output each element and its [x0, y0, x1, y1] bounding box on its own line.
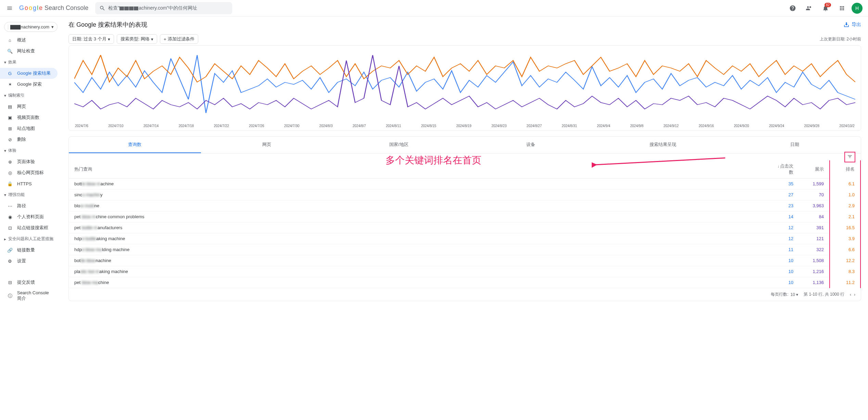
- tab[interactable]: 搜索结果呈现: [597, 137, 729, 153]
- tab[interactable]: 设备: [465, 137, 597, 153]
- sidebar-item[interactable]: ⊕页面体验: [0, 156, 58, 167]
- col-impressions[interactable]: 展示: [799, 160, 830, 178]
- sidebar-item[interactable]: ⊞站点地图: [0, 123, 58, 134]
- tab[interactable]: 网页: [201, 137, 333, 153]
- table-row[interactable]: bottle blow machine351,5996.1: [69, 178, 860, 189]
- search-icon: [99, 5, 105, 11]
- table-row[interactable]: pet blow machine101,13611.2: [69, 277, 860, 288]
- section-index[interactable]: ▾编制索引: [0, 90, 62, 101]
- sidebar-item[interactable]: ⋯路径: [0, 200, 58, 211]
- tab[interactable]: 国家/地区: [333, 137, 465, 153]
- col-query[interactable]: 热门查询: [69, 160, 768, 178]
- help-icon[interactable]: [786, 1, 800, 15]
- property-selector[interactable]: ▇▇▇nachinery.com ▾: [4, 22, 58, 32]
- sidebar-item[interactable]: ✶Google 探索: [0, 79, 58, 90]
- section-performance[interactable]: ▾效果: [0, 57, 62, 68]
- sidebar-item[interactable]: ▤网页: [0, 101, 58, 112]
- filter-date[interactable]: 日期: 过去 3 个月▾: [68, 34, 114, 44]
- tab[interactable]: 查询数: [69, 137, 201, 153]
- sidebar-item[interactable]: 🔒HTTPS: [0, 178, 58, 189]
- sidebar-item[interactable]: 🔗链接数量: [0, 245, 58, 256]
- next-page-icon[interactable]: ›: [854, 292, 855, 297]
- col-clicks[interactable]: ↓点击次数: [768, 160, 799, 178]
- notifications-icon[interactable]: 82: [819, 1, 832, 15]
- filter-add[interactable]: +添加过滤条件: [160, 34, 198, 44]
- sidebar-item[interactable]: ◎核心网页指标: [0, 167, 58, 178]
- sidebar-item[interactable]: ⌂概述: [0, 35, 58, 46]
- sidebar-item[interactable]: ⚙设置: [0, 256, 58, 267]
- rows-per-page-label: 每页行数:: [771, 292, 788, 297]
- sidebar: ▇▇▇nachinery.com ▾ ⌂概述🔍网址检查 ▾效果 GGoogle …: [0, 16, 62, 311]
- table-row[interactable]: hdpe blow molding machine113226.6: [69, 244, 860, 255]
- performance-chart-card: 2024/7/62024/7/102024/7/142024/7/182024/…: [68, 45, 861, 131]
- sidebar-item[interactable]: ◉个人资料页面: [0, 211, 58, 222]
- page-info: 第 1-10 行, 共 1000 行: [804, 292, 844, 297]
- filter-icon[interactable]: [844, 152, 855, 162]
- last-update: 上次更新日期: 2小时前: [820, 36, 861, 42]
- table-row[interactable]: blow moldne233,9632.9: [69, 200, 860, 211]
- table-row[interactable]: pet blow mchine common problems14842.1: [69, 211, 860, 222]
- col-position[interactable]: 排名: [830, 160, 860, 178]
- table-row[interactable]: sinco machiny27701.0: [69, 189, 860, 200]
- apps-icon[interactable]: [835, 1, 849, 15]
- main-content: 在 Google 搜索结果中的表现 导出 日期: 过去 3 个月▾ 搜索类型: …: [62, 16, 868, 311]
- table-row[interactable]: hdpe bottleaking machine121213.9: [69, 233, 860, 244]
- search-input[interactable]: 检查"▇▇▇▇achinery.com"中的任何网址: [95, 2, 232, 14]
- pagination: 每页行数: 10 ▾ 第 1-10 行, 共 1000 行 ‹ ›: [69, 288, 861, 301]
- property-name: ▇▇▇nachinery.com: [10, 24, 49, 29]
- filter-search-type[interactable]: 搜索类型: 网络▾: [117, 34, 157, 44]
- table-row[interactable]: plastic bot making machine101,2168.3: [69, 266, 860, 277]
- prev-page-icon[interactable]: ‹: [850, 292, 851, 297]
- line-chart: [74, 50, 855, 122]
- section-enhance[interactable]: ▾增强功能: [0, 189, 62, 200]
- sidebar-item[interactable]: GGoogle 搜索结果: [0, 68, 58, 79]
- sidebar-item[interactable]: ⊡站点链接搜索框: [0, 222, 58, 233]
- dimension-tabs: 查询数网页国家/地区设备搜索结果呈现日期: [69, 137, 861, 153]
- tab[interactable]: 日期: [729, 137, 861, 153]
- page-title: 在 Google 搜索结果中的表现: [68, 21, 147, 29]
- rows-per-page-select[interactable]: 10 ▾: [791, 292, 798, 297]
- sidebar-item[interactable]: ⊘删除: [0, 134, 58, 145]
- table-row[interactable]: bottle blownachine101,50812.2: [69, 255, 860, 266]
- queries-table: 热门查询 ↓点击次数 展示 排名 bottle blow machine351,…: [69, 160, 861, 288]
- app-header: Google Search Console 检查"▇▇▇▇achinery.co…: [0, 0, 868, 16]
- export-button[interactable]: 导出: [843, 22, 861, 28]
- notification-badge: 82: [825, 3, 831, 7]
- sidebar-item[interactable]: ⊟提交反馈: [0, 277, 58, 288]
- sidebar-item[interactable]: ▣视频页面数: [0, 112, 58, 123]
- section-security[interactable]: ▸安全问题和人工处置措施: [0, 233, 62, 245]
- sidebar-item[interactable]: ⓘSearch Console 简介: [0, 288, 58, 304]
- section-experience[interactable]: ▾体验: [0, 145, 62, 156]
- download-icon: [843, 22, 850, 28]
- avatar[interactable]: H: [852, 3, 863, 14]
- table-row[interactable]: pet bottle manufacturers1239116.5: [69, 222, 860, 233]
- menu-icon[interactable]: [3, 1, 16, 15]
- search-placeholder: 检查"▇▇▇▇achinery.com"中的任何网址: [108, 5, 197, 11]
- logo: Google Search Console: [19, 4, 88, 12]
- chart-x-axis: 2024/7/62024/7/102024/7/142024/7/182024/…: [74, 123, 855, 128]
- sidebar-item[interactable]: 🔍网址检查: [0, 46, 58, 57]
- people-icon[interactable]: [802, 1, 816, 15]
- queries-table-card: 查询数网页国家/地区设备搜索结果呈现日期 多个关键词排名在首页 热门查询 ↓点击…: [68, 136, 861, 301]
